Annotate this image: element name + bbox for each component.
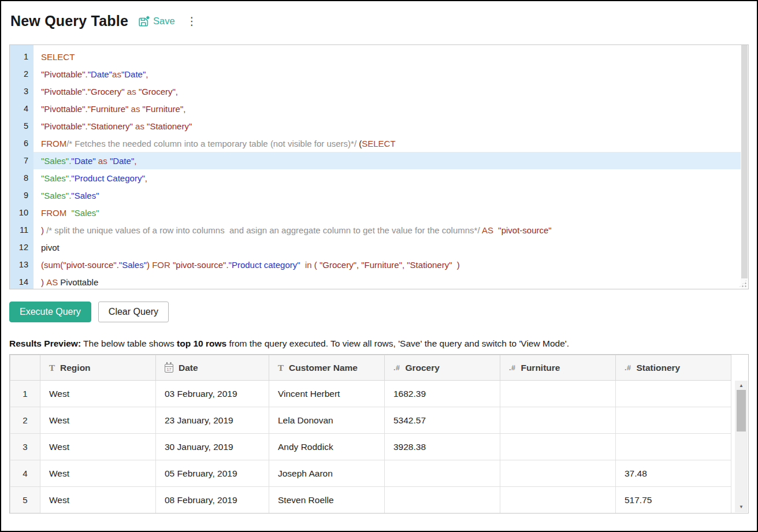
- top-bar: New Query Table Save ⋮: [1, 1, 757, 44]
- code-line[interactable]: 2"Pivottable"."Date"as"Date",: [10, 65, 748, 83]
- code-text: SELECT: [34, 48, 748, 65]
- code-line[interactable]: 12pivot: [10, 239, 748, 256]
- table-row: 2West23 January, 2019Lela Donovan5342.57: [10, 407, 731, 434]
- corner-cell: [10, 355, 40, 381]
- code-line[interactable]: 9"Sales"."Sales": [10, 187, 748, 204]
- table-cell: [500, 487, 616, 514]
- code-line[interactable]: 1SELECT: [10, 48, 748, 65]
- line-number: 3: [10, 87, 34, 96]
- table-cell: 3928.38: [385, 434, 500, 460]
- table-cell: 08 February, 2019: [156, 487, 269, 514]
- table-cell: 517.75: [616, 487, 731, 514]
- code-line[interactable]: 4"Pivottable"."Furniture" as "Furniture"…: [10, 100, 748, 117]
- table-cell: Vincent Herbert: [269, 381, 385, 407]
- code-line[interactable]: 5"Pivottable"."Stationery" as "Stationer…: [10, 117, 748, 135]
- table-cell: West: [40, 407, 156, 434]
- results-note-text: The below table shows: [81, 338, 177, 348]
- table-cell: Steven Roelle: [269, 487, 385, 514]
- line-number: 12: [10, 243, 34, 252]
- table-cell: [500, 434, 616, 460]
- code-line[interactable]: 13(sum("pivot-source"."Sales") FOR "pivo…: [10, 256, 748, 273]
- line-number: 9: [10, 191, 34, 200]
- table-cell: West: [40, 487, 156, 514]
- table-row: 3West30 January, 2019Andy Roddick3928.38: [10, 434, 731, 460]
- table-cell: 37.48: [616, 460, 731, 487]
- code-text: "Pivottable"."Stationery" as "Stationery…: [34, 117, 748, 135]
- column-header-date[interactable]: 17Date: [156, 355, 269, 381]
- save-icon: [138, 15, 150, 28]
- code-text: ) AS Pivottable: [34, 273, 748, 289]
- column-header-region[interactable]: TRegion: [40, 355, 156, 381]
- table-cell: Lela Donovan: [269, 407, 385, 434]
- code-text: (sum("pivot-source"."Sales") FOR "pivot-…: [34, 256, 748, 273]
- line-number: 13: [10, 260, 34, 269]
- editor-scrollbar-thumb[interactable]: [741, 45, 748, 278]
- code-lines[interactable]: 1SELECT2"Pivottable"."Date"as"Date",3"Pi…: [10, 45, 748, 289]
- code-line[interactable]: 7"Sales"."Date" as "Date",: [10, 152, 748, 169]
- row-number: 1: [10, 381, 40, 407]
- table-cell: [500, 381, 616, 407]
- column-label: Grocery: [405, 363, 439, 373]
- table-cell: Andy Roddick: [269, 434, 385, 460]
- code-text: "Sales"."Product Category",: [34, 169, 748, 187]
- text-type-icon: T: [278, 363, 284, 373]
- column-header-grocery[interactable]: .#Grocery: [385, 355, 500, 381]
- table-cell: 05 February, 2019: [156, 460, 269, 487]
- code-line[interactable]: 8"Sales"."Product Category",: [10, 169, 748, 187]
- sql-editor[interactable]: 1SELECT2"Pivottable"."Date"as"Date",3"Pi…: [9, 44, 749, 289]
- column-label: Stationery: [636, 363, 680, 373]
- column-label: Region: [60, 363, 91, 373]
- column-header-customer-name[interactable]: TCustomer Name: [269, 355, 385, 381]
- table-cell: 03 February, 2019: [156, 381, 269, 407]
- code-text: "Pivottable"."Furniture" as "Furniture",: [34, 100, 748, 117]
- column-header-stationery[interactable]: .#Stationery: [616, 355, 731, 381]
- editor-scrollbar[interactable]: [741, 45, 748, 289]
- clear-query-button[interactable]: Clear Query: [98, 302, 169, 322]
- line-number: 14: [10, 277, 34, 287]
- code-text: FROM/* Fetches the needed column into a …: [34, 135, 748, 152]
- table-cell: [616, 381, 731, 407]
- line-number: 8: [10, 173, 34, 183]
- line-number: 5: [10, 121, 34, 131]
- column-header-furniture[interactable]: .#Furniture: [500, 355, 616, 381]
- code-line[interactable]: 3"Pivottable"."Grocery" as "Grocery",: [10, 83, 748, 100]
- table-cell: [500, 407, 616, 434]
- row-number: 2: [10, 407, 40, 434]
- scroll-up-icon[interactable]: ▲: [735, 382, 748, 390]
- code-line[interactable]: 6FROM/* Fetches the needed column into a…: [10, 135, 748, 152]
- date-type-icon: 17: [165, 364, 173, 373]
- results-scrollbar[interactable]: ▲ ▼: [735, 381, 748, 512]
- scroll-down-icon[interactable]: ▼: [735, 503, 748, 511]
- save-label: Save: [153, 16, 175, 27]
- results-note: Results Preview: The below table shows t…: [9, 338, 749, 349]
- column-label: Customer Name: [289, 363, 358, 373]
- code-text: "Sales"."Sales": [34, 187, 748, 204]
- page-title: New Query Table: [10, 13, 128, 29]
- code-line[interactable]: 14) AS Pivottable: [10, 273, 748, 289]
- table-cell: 23 January, 2019: [156, 407, 269, 434]
- line-number: 2: [10, 69, 34, 79]
- table-cell: 30 January, 2019: [156, 434, 269, 460]
- code-line[interactable]: 10FROM "Sales": [10, 204, 748, 221]
- number-type-icon: .#: [509, 364, 515, 372]
- more-options-button[interactable]: ⋮: [184, 14, 200, 28]
- column-label: Furniture: [521, 363, 560, 373]
- table-row: 1West03 February, 2019Vincent Herbert168…: [10, 381, 731, 407]
- line-number: 7: [10, 156, 34, 165]
- line-number: 11: [10, 225, 34, 235]
- number-type-icon: .#: [625, 364, 631, 372]
- table-cell: Joseph Aaron: [269, 460, 385, 487]
- results-note-bold: top 10 rows: [177, 338, 226, 348]
- results-table-container: TRegion17DateTCustomer Name.#Grocery.#Fu…: [9, 354, 749, 514]
- code-line[interactable]: 11) /* split the unique values of a row …: [10, 221, 748, 239]
- save-button[interactable]: Save: [138, 15, 175, 28]
- execute-query-button[interactable]: Execute Query: [9, 302, 91, 322]
- row-number: 3: [10, 434, 40, 460]
- query-actions: Execute Query Clear Query: [9, 302, 749, 322]
- table-cell: [616, 434, 731, 460]
- table-row: 5West08 February, 2019Steven Roelle517.7…: [10, 487, 731, 514]
- table-cell: West: [40, 434, 156, 460]
- row-number: 5: [10, 487, 40, 514]
- table-cell: [385, 487, 500, 514]
- results-scrollbar-thumb[interactable]: [737, 390, 746, 431]
